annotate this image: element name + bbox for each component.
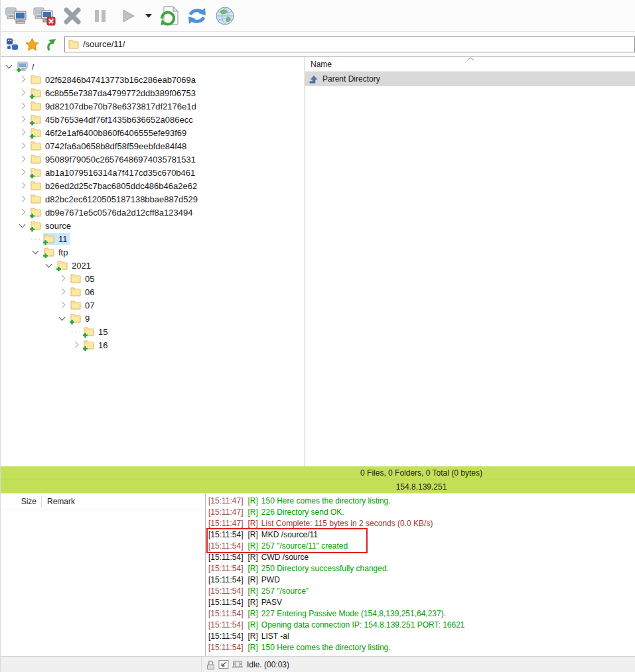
folder-icon bbox=[44, 247, 55, 257]
log-line: [15:11:54][R]250 Directory successfully … bbox=[208, 563, 635, 574]
parent-directory-row[interactable]: Parent Directory bbox=[305, 72, 635, 86]
tree-expander-icon[interactable] bbox=[18, 101, 27, 111]
tree-item-root[interactable]: / bbox=[1, 60, 305, 73]
transfer-options-button[interactable] bbox=[144, 3, 153, 29]
pause-icon bbox=[93, 8, 107, 24]
web-button[interactable] bbox=[213, 3, 237, 29]
folder-icon bbox=[31, 141, 42, 151]
disconnect-button[interactable] bbox=[33, 3, 56, 29]
remote-path-value: /source/11/ bbox=[83, 39, 125, 49]
tree-expander-icon[interactable] bbox=[18, 75, 27, 84]
size-column-header[interactable]: Size bbox=[1, 496, 42, 507]
sites-button[interactable] bbox=[6, 31, 19, 58]
tree-item-label: 6c8b55e7387da4799772ddb389f06753 bbox=[45, 88, 196, 98]
status-bar: Idle. (00:03) bbox=[1, 656, 635, 672]
tree-expander-icon[interactable] bbox=[18, 181, 27, 190]
tree-expander-icon[interactable] bbox=[58, 287, 67, 297]
tree-item-05[interactable]: 05 bbox=[1, 272, 305, 285]
tree-item-label: 15 bbox=[98, 327, 107, 337]
folder-icon bbox=[31, 154, 42, 165]
lock-icon bbox=[206, 659, 216, 670]
folder-icon bbox=[31, 194, 42, 204]
tree-item-source[interactable]: source bbox=[1, 219, 305, 232]
new-folder-plus-badge bbox=[29, 133, 35, 139]
main-area: / 02f62846b47413773b16c286eab7069a 6c8b5… bbox=[1, 57, 635, 466]
tree-item-ab1a1079516314a7f417cd35c670b461[interactable]: ab1a1079516314a7f417cd35c670b461 bbox=[1, 166, 305, 179]
tree-expander-icon[interactable] bbox=[18, 155, 27, 164]
tree-item-46f2e1af6400b860f6406555efe93f69[interactable]: 46f2e1af6400b860f6406555efe93f69 bbox=[1, 126, 305, 139]
tree-item-07[interactable]: 07 bbox=[1, 299, 305, 312]
new-folder-plus-badge bbox=[82, 346, 88, 352]
tree-item-6c8b55e7387da4799772ddb389f06753[interactable]: 6c8b55e7387da4799772ddb389f06753 bbox=[1, 86, 305, 100]
folder-icon bbox=[31, 207, 42, 218]
tree-item-d82bc2ec6120505187138bbae887d529[interactable]: d82bc2ec6120505187138bbae887d529 bbox=[1, 192, 305, 206]
tree-expander-icon[interactable] bbox=[18, 115, 27, 124]
tree-item-ftp[interactable]: ftp bbox=[1, 245, 305, 259]
new-folder-plus-badge bbox=[29, 173, 35, 179]
tree-expander-icon[interactable] bbox=[58, 314, 67, 323]
new-folder-plus-badge bbox=[42, 239, 48, 245]
tree-expander-icon[interactable] bbox=[44, 261, 54, 270]
log-line: [15:11:54][R]PASV bbox=[208, 597, 635, 608]
tree-item-0742fa6a0658b8df58f59eebfde84f48[interactable]: 0742fa6a0658b8df58f59eebfde84f48 bbox=[1, 139, 305, 153]
tree-expander-icon[interactable] bbox=[18, 194, 27, 204]
log-line: [15:11:54][R]PWD bbox=[208, 574, 635, 586]
tree-expander-icon[interactable] bbox=[18, 168, 27, 177]
refresh-button[interactable] bbox=[185, 3, 209, 29]
connect-button[interactable] bbox=[5, 3, 29, 29]
tree-item-9d82107dbe70b78e6373817df2176e1d[interactable]: 9d82107dbe70b78e6373817df2176e1d bbox=[1, 100, 305, 113]
tree-item-15[interactable]: 15 bbox=[1, 325, 305, 338]
tree-expander-icon[interactable] bbox=[18, 88, 27, 98]
tree-expander-icon[interactable] bbox=[18, 128, 27, 137]
tree-item-02f62846b47413773b16c286eab7069a[interactable]: 02f62846b47413773b16c286eab7069a bbox=[1, 73, 305, 86]
tree-item-95089f79050c26576486974035781531[interactable]: 95089f79050c26576486974035781531 bbox=[1, 153, 305, 166]
ftp-log-panel[interactable]: [15:11:47][R]150 Here comes the director… bbox=[206, 494, 635, 656]
tree-expander-icon[interactable] bbox=[5, 62, 14, 71]
folder-icon bbox=[31, 167, 42, 178]
tree-item-9[interactable]: 9 bbox=[1, 312, 305, 325]
tree-item-label: 45b7653e4df76f1435b636652a086ecc bbox=[45, 115, 193, 125]
play-icon bbox=[120, 8, 136, 24]
remote-path-input[interactable]: /source/11/ bbox=[64, 36, 635, 52]
tree-expander-icon[interactable] bbox=[58, 274, 67, 283]
file-list-header[interactable]: Name bbox=[305, 57, 635, 72]
status-bar-left-section bbox=[1, 657, 202, 672]
tree-expander-icon[interactable] bbox=[18, 208, 27, 217]
tree-item-06[interactable]: 06 bbox=[1, 285, 305, 299]
tree-item-label: ftp bbox=[58, 247, 68, 257]
summary-counts-row: 0 Files, 0 Folders, 0 Total (0 bytes) bbox=[1, 466, 635, 480]
transfer-files-button[interactable] bbox=[157, 3, 181, 29]
start-transfer-button[interactable] bbox=[116, 3, 140, 29]
tree-item-label: d82bc2ec6120505187138bbae887d529 bbox=[45, 194, 198, 204]
bottom-area: Size Remark [15:11:47][R]150 Here comes … bbox=[1, 493, 635, 656]
tree-expander-icon[interactable] bbox=[18, 221, 27, 230]
name-column-header[interactable]: Name bbox=[311, 60, 332, 69]
remark-column-header[interactable]: Remark bbox=[42, 497, 75, 506]
folder-icon bbox=[31, 220, 42, 231]
path-toolbar: /source/11/ bbox=[1, 32, 635, 57]
up-directory-button[interactable] bbox=[46, 31, 58, 58]
tree-item-b26ed2d25c7bac6805ddc486b46a2e62[interactable]: b26ed2d25c7bac6805ddc486b46a2e62 bbox=[1, 179, 305, 192]
abort-button[interactable] bbox=[60, 3, 84, 29]
tree-item-16[interactable]: 16 bbox=[1, 338, 305, 352]
tree-item-2021[interactable]: 2021 bbox=[1, 259, 305, 272]
tree-item-label: 02f62846b47413773b16c286eab7069a bbox=[45, 75, 196, 85]
tree-expander-icon[interactable] bbox=[31, 247, 40, 257]
folder-icon bbox=[84, 340, 95, 350]
favorites-star-icon bbox=[25, 38, 39, 51]
tree-item-11[interactable]: 11 bbox=[1, 232, 305, 245]
tree-item-label: 16 bbox=[98, 340, 107, 350]
tree-expander-icon[interactable] bbox=[71, 340, 80, 350]
new-folder-plus-badge bbox=[29, 120, 35, 126]
folder-icon bbox=[31, 74, 42, 85]
new-folder-plus-badge bbox=[69, 319, 75, 325]
tree-expander-icon[interactable] bbox=[18, 141, 27, 151]
favorites-button[interactable] bbox=[25, 31, 39, 58]
tree-item-label: b26ed2d25c7bac6805ddc486b46a2e62 bbox=[45, 181, 197, 191]
new-folder-plus-badge bbox=[42, 253, 48, 259]
tree-item-45b7653e4df76f1435b636652a086ecc[interactable]: 45b7653e4df76f1435b636652a086ecc bbox=[1, 113, 305, 126]
tree-expander-icon[interactable] bbox=[58, 301, 67, 310]
pause-button[interactable] bbox=[88, 3, 112, 29]
folder-tree[interactable]: / 02f62846b47413773b16c286eab7069a 6c8b5… bbox=[1, 57, 305, 466]
tree-item-db9e7671e5c0576da2d12cff8a123494[interactable]: db9e7671e5c0576da2d12cff8a123494 bbox=[1, 206, 305, 219]
